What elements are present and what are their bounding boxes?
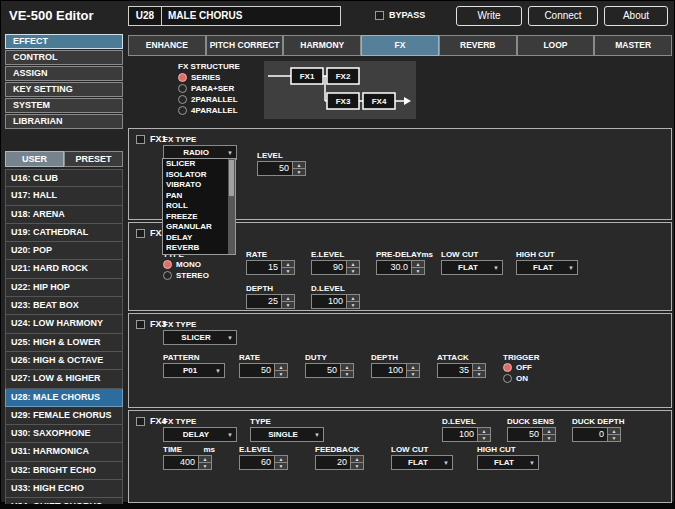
tab-loop[interactable]: LOOP — [517, 35, 595, 56]
structure-option-4parallel[interactable]: 4PARALLEL — [178, 106, 238, 115]
patch-item[interactable]: U23: BEAT BOX — [5, 297, 123, 315]
feedback-value[interactable]: 20 — [315, 455, 351, 470]
structure-option-para-ser[interactable]: PARA+SER — [178, 84, 238, 93]
depth-value[interactable]: 25 — [246, 294, 282, 309]
patch-item[interactable]: U19: CATHEDRAL — [5, 224, 123, 242]
duty-value[interactable]: 50 — [305, 363, 341, 378]
patch-item[interactable]: U21: HARD ROCK — [5, 260, 123, 278]
fx1-enable-checkbox[interactable] — [136, 135, 145, 144]
trigger-option-on[interactable]: ON — [503, 374, 573, 383]
patch-item[interactable]: U32: BRIGHT ECHO — [5, 462, 123, 480]
level-decrement-button[interactable]: ▼ — [293, 168, 305, 175]
structure-option-2parallel[interactable]: 2PARALLEL — [178, 95, 238, 104]
e-level-decrement-button[interactable]: ▼ — [347, 267, 359, 274]
patch-item[interactable]: U28: MALE CHORUS — [5, 389, 123, 407]
time-decrement-button[interactable]: ▼ — [199, 462, 211, 469]
type-option-stereo[interactable]: STEREO — [163, 271, 233, 280]
high-cut-select[interactable]: FLAT▼ — [516, 260, 578, 275]
dropdown-option-pan[interactable]: PAN — [163, 191, 228, 202]
pre-delay-decrement-button[interactable]: ▼ — [412, 267, 424, 274]
fx-type-select[interactable]: DELAY▼ — [163, 427, 237, 442]
duck-depth-value[interactable]: 0 — [572, 427, 608, 442]
attack-decrement-button[interactable]: ▼ — [473, 370, 485, 377]
rate-value[interactable]: 50 — [239, 363, 275, 378]
patch-item[interactable]: U31: HARMONICA — [5, 443, 123, 461]
dropdown-option-freeze[interactable]: FREEZE — [163, 212, 228, 223]
feedback-decrement-button[interactable]: ▼ — [351, 462, 363, 469]
duck-sens-value[interactable]: 50 — [507, 427, 543, 442]
sidebar-item-librarian[interactable]: LIBRARIAN — [5, 114, 123, 129]
patch-item[interactable]: U30: SAXOPHONE — [5, 425, 123, 443]
bank-tab-user[interactable]: USER — [5, 151, 64, 167]
dropdown-option-granular[interactable]: GRANULAR — [163, 222, 228, 233]
depth-value[interactable]: 100 — [371, 363, 407, 378]
high-cut-select[interactable]: FLAT▼ — [477, 455, 539, 470]
tab-pitch-correct[interactable]: PITCH CORRECT — [206, 35, 284, 56]
tab-fx[interactable]: FX — [361, 35, 439, 56]
duty-decrement-button[interactable]: ▼ — [341, 370, 353, 377]
patch-item[interactable]: U20: POP — [5, 242, 123, 260]
patch-item[interactable]: U25: HIGH & LOWER — [5, 334, 123, 352]
patch-item[interactable]: U22: HIP HOP — [5, 279, 123, 297]
dropdown-option-vibrato[interactable]: VIBRATO — [163, 180, 228, 191]
low-cut-select[interactable]: FLAT▼ — [391, 455, 453, 470]
dropdown-option-delay[interactable]: DELAY — [163, 233, 228, 244]
sidebar-item-key-setting[interactable]: KEY SETTING — [5, 82, 123, 97]
rate-decrement-button[interactable]: ▼ — [282, 267, 294, 274]
fx3-enable-checkbox[interactable] — [136, 320, 145, 329]
sidebar-item-control[interactable]: CONTROL — [5, 50, 123, 65]
e-level-value[interactable]: 90 — [311, 260, 347, 275]
tab-reverb[interactable]: REVERB — [439, 35, 517, 56]
time-value[interactable]: 400 — [163, 455, 199, 470]
d-level-decrement-button[interactable]: ▼ — [478, 434, 490, 441]
attack-value[interactable]: 35 — [437, 363, 473, 378]
d-level-decrement-button[interactable]: ▼ — [347, 301, 359, 308]
tab-master[interactable]: MASTER — [594, 35, 672, 56]
patch-item[interactable]: U33: HIGH ECHO — [5, 480, 123, 498]
fx-type-select[interactable]: SLICER▼ — [163, 330, 237, 345]
rate-value[interactable]: 15 — [246, 260, 282, 275]
dropdown-option-isolator[interactable]: ISOLATOR — [163, 170, 228, 181]
pattern-select[interactable]: P01▼ — [163, 363, 225, 378]
level-value[interactable]: 50 — [257, 161, 293, 176]
trigger-option-off[interactable]: OFF — [503, 363, 573, 372]
scrollbar-thumb[interactable] — [229, 160, 234, 196]
structure-option-series[interactable]: SERIES — [178, 73, 238, 82]
depth-decrement-button[interactable]: ▼ — [407, 370, 419, 377]
duck-sens-decrement-button[interactable]: ▼ — [543, 434, 555, 441]
patch-item[interactable]: U29: FEMALE CHORUS — [5, 407, 123, 425]
low-cut-select[interactable]: FLAT▼ — [441, 260, 503, 275]
param-fx-type: FX TYPEDELAY▼ — [163, 416, 237, 442]
duck-depth-spinner: 0▲▼ — [572, 427, 624, 442]
bank-tab-preset[interactable]: PRESET — [64, 151, 123, 167]
patch-item[interactable]: U34: QUIET CHORUS — [5, 498, 123, 504]
e-level-value[interactable]: 60 — [239, 455, 275, 470]
tab-harmony[interactable]: HARMONY — [283, 35, 361, 56]
patch-item[interactable]: U24: LOW HARMONY — [5, 315, 123, 333]
type-option-mono[interactable]: MONO — [163, 260, 233, 269]
patch-item[interactable]: U17: HALL — [5, 187, 123, 205]
rate-decrement-button[interactable]: ▼ — [275, 370, 287, 377]
e-level-decrement-button[interactable]: ▼ — [275, 462, 287, 469]
patch-item[interactable]: U18: ARENA — [5, 206, 123, 224]
dropdown-scrollbar[interactable] — [228, 159, 235, 254]
depth-decrement-button[interactable]: ▼ — [282, 301, 294, 308]
patch-item[interactable]: U16: CLUB — [5, 169, 123, 187]
dropdown-option-roll[interactable]: ROLL — [163, 201, 228, 212]
pre-delay-value[interactable]: 30.0 — [376, 260, 412, 275]
type-select[interactable]: SINGLE▼ — [250, 427, 324, 442]
d-level-value[interactable]: 100 — [442, 427, 478, 442]
patch-item[interactable]: U26: HIGH & OCTAVE — [5, 352, 123, 370]
fx4-enable-checkbox[interactable] — [136, 417, 145, 426]
fx2-enable-checkbox[interactable] — [136, 229, 145, 238]
sidebar-item-assign[interactable]: ASSIGN — [5, 66, 123, 81]
d-level-value[interactable]: 100 — [311, 294, 347, 309]
dropdown-option-slicer[interactable]: SLICER — [163, 159, 228, 170]
duck-depth-decrement-button[interactable]: ▼ — [608, 434, 620, 441]
sidebar-item-system[interactable]: SYSTEM — [5, 98, 123, 113]
sidebar-item-effect[interactable]: EFFECT — [5, 34, 123, 49]
dropdown-option-reverb[interactable]: REVERB — [163, 243, 228, 254]
patch-item[interactable]: U27: LOW & HIGHER — [5, 370, 123, 388]
tab-enhance[interactable]: ENHANCE — [128, 35, 206, 56]
fx2-params-row2: DEPTH25▲▼D.LEVEL100▲▼ — [246, 283, 578, 309]
